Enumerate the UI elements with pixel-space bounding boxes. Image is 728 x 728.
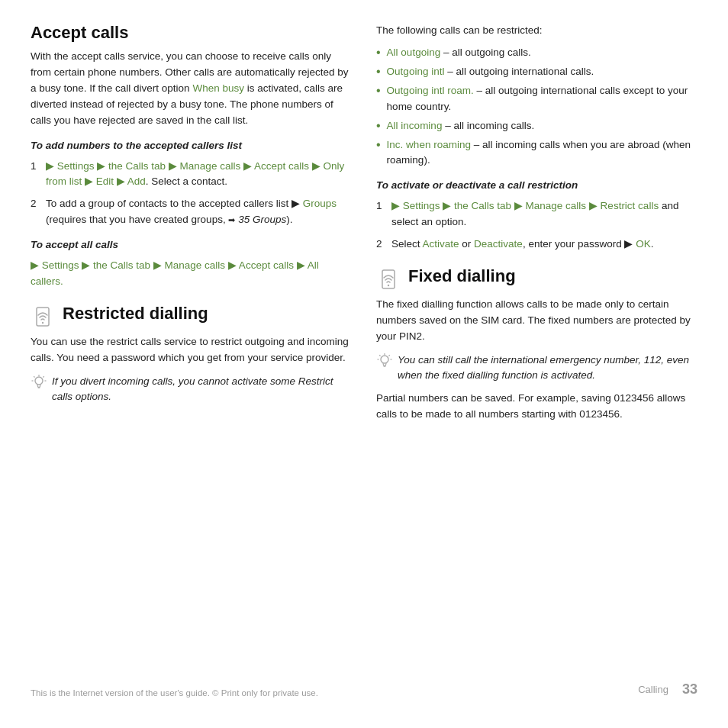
fixed-dialling-tip-text: You can still call the international eme… xyxy=(398,353,697,384)
restricted-dialling-section: Restricted dialling You can use the rest… xyxy=(31,304,352,404)
svg-point-2 xyxy=(35,377,43,385)
fixed-dialling-header: Fixed dialling xyxy=(376,266,697,292)
fixed-dialling-body1: The fixed dialling function allows calls… xyxy=(376,297,697,345)
accept-all-heading: To accept all calls xyxy=(31,237,352,253)
add-numbers-steps: 1 ▶ Settings ▶ the Calls tab ▶ Manage ca… xyxy=(31,159,352,229)
accept-calls-section: Accept calls With the accept calls servi… xyxy=(31,23,352,290)
restricted-dialling-icon xyxy=(31,304,55,329)
accept-all-step: ▶ Settings ▶ the Calls tab ▶ Manage call… xyxy=(31,258,352,290)
restricted-dialling-body: You can use the restrict calls service t… xyxy=(31,334,352,366)
svg-point-10 xyxy=(388,285,389,286)
svg-line-15 xyxy=(389,355,390,356)
accept-calls-heading: Accept calls xyxy=(31,23,352,43)
restricted-dialling-tip-text: If you divert incoming calls, you cannot… xyxy=(52,374,352,405)
when-busy-link: When busy xyxy=(192,82,244,94)
list-item: • All incoming – all incoming calls. xyxy=(376,118,697,134)
following-calls-text: The following calls can be restricted: xyxy=(376,23,697,39)
right-column: The following calls can be restricted: •… xyxy=(376,23,697,666)
activate-step-2: 2 Select Activate or Deactivate, enter y… xyxy=(376,237,697,253)
step-2: 2 To add a group of contacts to the acce… xyxy=(31,196,352,228)
add-numbers-heading: To add numbers to the accepted callers l… xyxy=(31,138,352,154)
fixed-dialling-section: Fixed dialling The fixed dialling functi… xyxy=(376,266,697,423)
tip-icon xyxy=(31,374,47,395)
bullet-dot: • xyxy=(376,118,381,134)
activate-heading: To activate or deactivate a call restric… xyxy=(376,178,697,194)
list-item: • Outgoing intl – all outgoing internati… xyxy=(376,64,697,80)
page-footer: This is the Internet version of the user… xyxy=(31,672,697,697)
restriction-types-list: • All outgoing – all outgoing calls. • O… xyxy=(376,45,697,169)
footer-page-number: 33 xyxy=(682,681,697,697)
list-item: • All outgoing – all outgoing calls. xyxy=(376,45,697,61)
content-area: Accept calls With the accept calls servi… xyxy=(31,23,697,666)
fixed-dialling-icon xyxy=(376,267,401,292)
activate-steps: 1 ▶ Settings ▶ the Calls tab ▶ Manage ca… xyxy=(376,198,697,253)
left-column: Accept calls With the accept calls servi… xyxy=(31,23,352,666)
activate-step-1: 1 ▶ Settings ▶ the Calls tab ▶ Manage ca… xyxy=(376,198,697,230)
svg-point-11 xyxy=(381,356,388,363)
svg-line-6 xyxy=(43,376,44,377)
restricted-dialling-heading: Restricted dialling xyxy=(63,304,208,324)
fixed-dialling-body2: Partial numbers can be saved. For exampl… xyxy=(376,391,697,423)
bullet-dot: • xyxy=(376,45,381,61)
svg-line-5 xyxy=(34,376,34,377)
restricted-dialling-header: Restricted dialling xyxy=(31,304,352,330)
page: Accept calls With the accept calls servi… xyxy=(0,0,728,728)
list-item: • Inc. when roaming – all incoming calls… xyxy=(376,137,697,169)
fixed-dialling-heading: Fixed dialling xyxy=(408,266,516,286)
tip-icon-2 xyxy=(376,353,393,373)
step-1: 1 ▶ Settings ▶ the Calls tab ▶ Manage ca… xyxy=(31,159,352,191)
list-item: • Outgoing intl roam. – all outgoing int… xyxy=(376,83,697,115)
footer-section-label: Calling xyxy=(638,684,668,695)
fixed-dialling-tip: You can still call the international eme… xyxy=(376,353,697,384)
footer-pagination: Calling 33 xyxy=(638,681,697,697)
svg-line-14 xyxy=(379,355,380,356)
bullet-dot: • xyxy=(376,83,381,99)
footer-disclaimer: This is the Internet version of the user… xyxy=(31,688,638,697)
bullet-dot: • xyxy=(376,64,381,80)
bullet-dot: • xyxy=(376,137,381,153)
restricted-dialling-tip: If you divert incoming calls, you cannot… xyxy=(31,374,352,405)
svg-point-1 xyxy=(42,322,43,324)
accept-calls-intro: With the accept calls service, you can c… xyxy=(31,49,352,129)
